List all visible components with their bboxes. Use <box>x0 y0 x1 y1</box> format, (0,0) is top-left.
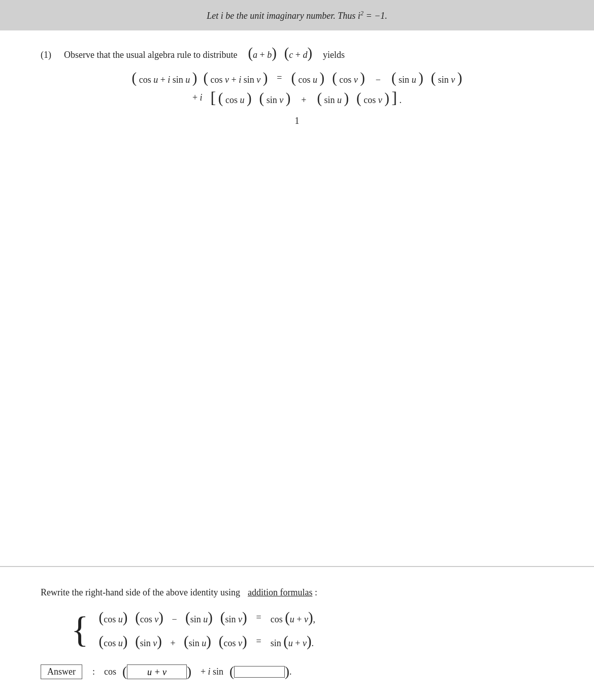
answer-outer-lparen2: ( <box>229 664 234 680</box>
lhs-lparen2: ( <box>203 70 208 86</box>
expansion-line1: ( cos u + i sin u ) ( cos v + i sin v ) … <box>41 71 553 85</box>
rparen-c: ) <box>308 45 313 61</box>
page-number: 1 <box>41 116 553 126</box>
im-lp4: ( <box>356 90 361 106</box>
bottom-section: Rewrite the right-hand side of the above… <box>0 587 594 700</box>
problem-text: Observe that the usual algebra rule to d… <box>64 46 345 60</box>
eq2-lhs: (cos u) (sin v) + (sin u) (cos v) <box>99 634 247 649</box>
input-inner-border <box>127 664 187 679</box>
lhs-rparen2: ) <box>263 70 268 86</box>
rewrite-instruction: Rewrite the right-hand side of the above… <box>41 587 553 598</box>
im-lp2: ( <box>259 90 265 106</box>
im-lp3: ( <box>317 90 322 106</box>
rhs-imag-bracket: [ ( cos u ) ( sin v ) + ( sin u ) ( cos … <box>211 89 402 106</box>
section-divider <box>0 566 594 567</box>
system-container: { (cos u) (cos v) − (sin u) (sin v) = <box>71 610 553 649</box>
eq1-rhs: cos (u + v), <box>271 610 315 625</box>
main-content: (1) Observe that the usual algebra rule … <box>0 30 594 546</box>
rhs-real-part: ( cos u ) ( cos v ) − ( sin u ) ( sin v … <box>291 71 462 85</box>
answer-input-1[interactable] <box>134 667 180 678</box>
lbracket: [ <box>211 88 216 107</box>
rhs-lp2: ( <box>332 70 337 86</box>
problem-intro: (1) Observe that the usual algebra rule … <box>41 46 553 60</box>
answer-row: Answer : cos ( ) + i sin ( <box>41 664 553 680</box>
equation-2: (cos u) (sin v) + (sin u) (cos v) = sin … <box>99 634 315 649</box>
expansion-line2: + i [ ( cos u ) ( sin v ) + ( sin u ) ( … <box>41 89 553 106</box>
lhs-lparen1: ( <box>132 70 137 86</box>
im-lp1: ( <box>218 90 223 106</box>
rhs-lp1: ( <box>291 70 296 86</box>
answer-outer-rparen: ) <box>187 664 191 680</box>
rhs-lp3: ( <box>391 70 397 86</box>
answer-outer-rparen2: ) <box>285 664 289 680</box>
left-brace: { <box>71 611 89 648</box>
answer-cos: cos <box>104 666 116 677</box>
eq1-lhs: (cos u) (cos v) − (sin u) (sin v) <box>99 610 247 625</box>
eq2-rhs: sin (u + v). <box>271 634 314 649</box>
lhs-expr2: ( cos v + i sin v ) <box>203 71 268 85</box>
equations-col: (cos u) (cos v) − (sin u) (sin v) = cos … <box>99 610 315 649</box>
answer-outer-lparen: ( <box>122 664 127 680</box>
im-rp1: ) <box>247 90 252 106</box>
input-inner-border2 <box>234 666 285 678</box>
answer-input-wrap1 <box>127 664 187 679</box>
lparen-c: ( <box>284 45 289 61</box>
im-rp4: ) <box>384 90 389 106</box>
lparen-a: ( <box>248 45 253 61</box>
addition-formulas-link: addition formulas <box>248 587 312 597</box>
im-rp2: ) <box>286 90 291 106</box>
answer-plus-i-sin: + i sin <box>201 666 223 677</box>
answer-input-2[interactable] <box>237 666 282 677</box>
rhs-rp3: ) <box>418 70 423 86</box>
header-bar: Let i be the unit imaginary number. Thus… <box>0 0 594 30</box>
rhs-rp4: ) <box>457 70 463 86</box>
answer-period: . <box>289 666 292 677</box>
page: Let i be the unit imaginary number. Thus… <box>0 0 594 700</box>
rhs-lp4: ( <box>431 70 436 86</box>
answer-bracket: Answer <box>41 664 82 679</box>
rbracket: ] <box>391 88 397 107</box>
lhs-expr: ( cos u + i sin u ) <box>132 71 197 85</box>
rhs-rp2: ) <box>360 70 365 86</box>
equation-1: (cos u) (cos v) − (sin u) (sin v) = cos … <box>99 610 315 625</box>
rhs-rp1: ) <box>320 70 325 86</box>
lhs-rparen1: ) <box>192 70 197 86</box>
header-text: Let i be the unit imaginary number. Thus… <box>207 10 387 21</box>
problem-number: (1) <box>41 50 56 60</box>
answer-input-wrap2 <box>234 666 285 678</box>
rparen-a: ) <box>272 45 277 61</box>
im-rp3: ) <box>344 90 349 106</box>
plus-i: + i <box>192 92 203 103</box>
